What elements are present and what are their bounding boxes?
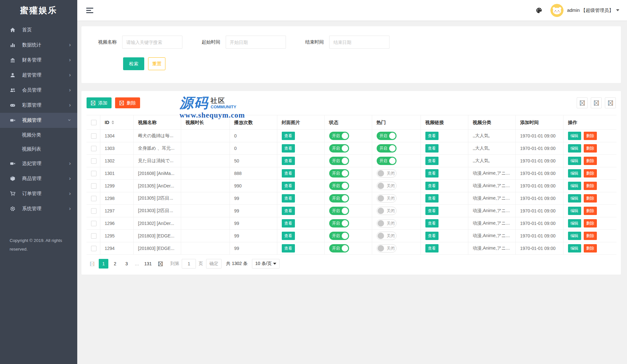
edit-button[interactable]: 编辑 [568, 157, 581, 165]
view-link-button[interactable]: 查看 [425, 132, 439, 140]
view-cover-button[interactable]: 查看 [282, 232, 295, 240]
sidebar-item-8[interactable]: 商品管理› [0, 171, 77, 186]
row-checkbox[interactable] [91, 183, 96, 189]
sidebar-item-0[interactable]: 首页 [0, 22, 77, 37]
delete-button[interactable]: 删除 [115, 97, 140, 108]
view-cover-button[interactable]: 查看 [282, 244, 295, 252]
hot-toggle[interactable]: 关闭 [377, 219, 397, 228]
sidebar-item-6[interactable]: 视频管理› [0, 113, 77, 128]
row-delete-button[interactable]: 删除 [584, 194, 597, 203]
edit-button[interactable]: 编辑 [568, 219, 581, 228]
edit-button[interactable]: 编辑 [568, 244, 581, 252]
edit-button[interactable]: 编辑 [568, 132, 581, 140]
reset-button[interactable]: 重置 [148, 57, 165, 70]
status-toggle[interactable]: 开启 [329, 207, 349, 215]
row-checkbox[interactable] [91, 171, 96, 176]
goto-page-input[interactable] [182, 259, 196, 269]
username-label[interactable]: admin 【超级管理员】 [567, 7, 614, 13]
view-link-button[interactable]: 查看 [425, 244, 439, 252]
hot-toggle[interactable]: 关闭 [377, 207, 397, 215]
row-checkbox[interactable] [91, 133, 96, 139]
view-link-button[interactable]: 查看 [425, 169, 439, 178]
view-link-button[interactable]: 查看 [425, 157, 439, 165]
select-all-checkbox[interactable] [91, 120, 96, 125]
theme-palette-icon[interactable] [535, 6, 543, 14]
status-toggle[interactable]: 开启 [329, 244, 349, 252]
per-page-select[interactable]: 10 条/页 [252, 259, 280, 269]
view-cover-button[interactable]: 查看 [282, 144, 295, 153]
hot-toggle[interactable]: 开启 [377, 157, 397, 165]
page-number-131[interactable]: 131 [142, 259, 154, 269]
row-checkbox[interactable] [91, 146, 96, 151]
status-toggle[interactable]: 开启 [329, 194, 349, 203]
row-delete-button[interactable]: 删除 [584, 219, 597, 228]
hot-toggle[interactable]: 关闭 [377, 244, 397, 252]
status-toggle[interactable]: 开启 [329, 132, 349, 140]
view-link-button[interactable]: 查看 [425, 144, 439, 153]
row-checkbox[interactable] [91, 208, 96, 214]
row-delete-button[interactable]: 删除 [584, 207, 597, 215]
table-print-tool-button[interactable] [605, 97, 616, 108]
view-link-button[interactable]: 查看 [425, 219, 439, 228]
row-checkbox[interactable] [91, 246, 96, 251]
hot-toggle[interactable]: 开启 [377, 144, 397, 153]
status-toggle[interactable]: 开启 [329, 219, 349, 228]
user-avatar[interactable] [550, 4, 564, 17]
table-filter-tool-button[interactable] [577, 97, 588, 108]
hot-toggle[interactable]: 关闭 [377, 182, 397, 190]
sidebar-item-1[interactable]: 数据统计› [0, 37, 77, 53]
start-date-input[interactable] [226, 36, 286, 49]
view-cover-button[interactable]: 查看 [282, 169, 295, 178]
view-link-button[interactable]: 查看 [425, 207, 439, 215]
row-delete-button[interactable]: 删除 [584, 232, 597, 240]
view-cover-button[interactable]: 查看 [282, 182, 295, 190]
table-export-tool-button[interactable] [591, 97, 602, 108]
hot-toggle[interactable]: 关闭 [377, 169, 397, 178]
row-delete-button[interactable]: 删除 [584, 244, 597, 252]
sort-id-icon[interactable] [112, 120, 114, 124]
sidebar-subitem[interactable]: 视频分类 [0, 128, 77, 142]
row-checkbox[interactable] [91, 233, 96, 239]
sidebar-subitem[interactable]: 视频列表 [0, 142, 77, 156]
status-toggle[interactable]: 开启 [329, 232, 349, 240]
edit-button[interactable]: 编辑 [568, 144, 581, 153]
edit-button[interactable]: 编辑 [568, 194, 581, 203]
user-dropdown-caret-icon[interactable] [616, 9, 619, 11]
row-delete-button[interactable]: 删除 [584, 169, 597, 178]
sidebar-item-5[interactable]: 彩票管理› [0, 98, 77, 113]
status-toggle[interactable]: 开启 [329, 169, 349, 178]
view-cover-button[interactable]: 查看 [282, 219, 295, 228]
next-page-icon[interactable] [155, 259, 165, 269]
view-cover-button[interactable]: 查看 [282, 194, 295, 203]
edit-button[interactable]: 编辑 [568, 232, 581, 240]
edit-button[interactable]: 编辑 [568, 169, 581, 178]
sidebar-item-3[interactable]: 超管管理› [0, 68, 77, 83]
view-cover-button[interactable]: 查看 [282, 157, 295, 165]
page-number-3[interactable]: 3 [122, 259, 131, 269]
status-toggle[interactable]: 开启 [329, 182, 349, 190]
row-checkbox[interactable] [91, 196, 96, 201]
edit-button[interactable]: 编辑 [568, 207, 581, 215]
hot-toggle[interactable]: 开启 [377, 132, 397, 140]
goto-confirm-button[interactable]: 确定 [206, 259, 222, 269]
edit-button[interactable]: 编辑 [568, 182, 581, 190]
page-number-1[interactable]: 1 [99, 259, 108, 269]
status-toggle[interactable]: 开启 [329, 157, 349, 165]
row-checkbox[interactable] [91, 158, 96, 164]
view-cover-button[interactable]: 查看 [282, 132, 295, 140]
view-link-button[interactable]: 查看 [425, 232, 439, 240]
search-button[interactable]: 检索 [123, 57, 144, 70]
sidebar-item-9[interactable]: 订单管理› [0, 186, 77, 201]
row-delete-button[interactable]: 删除 [584, 157, 597, 165]
menu-toggle-icon[interactable] [86, 6, 93, 14]
status-toggle[interactable]: 开启 [329, 144, 349, 153]
row-checkbox[interactable] [91, 221, 96, 226]
end-date-input[interactable] [329, 36, 389, 49]
row-delete-button[interactable]: 删除 [584, 182, 597, 190]
video-name-input[interactable] [122, 36, 182, 49]
view-cover-button[interactable]: 查看 [282, 207, 295, 215]
sidebar-item-7[interactable]: 选妃管理› [0, 156, 77, 171]
view-link-button[interactable]: 查看 [425, 182, 439, 190]
row-delete-button[interactable]: 删除 [584, 144, 597, 153]
sidebar-item-2[interactable]: 财务管理› [0, 53, 77, 68]
